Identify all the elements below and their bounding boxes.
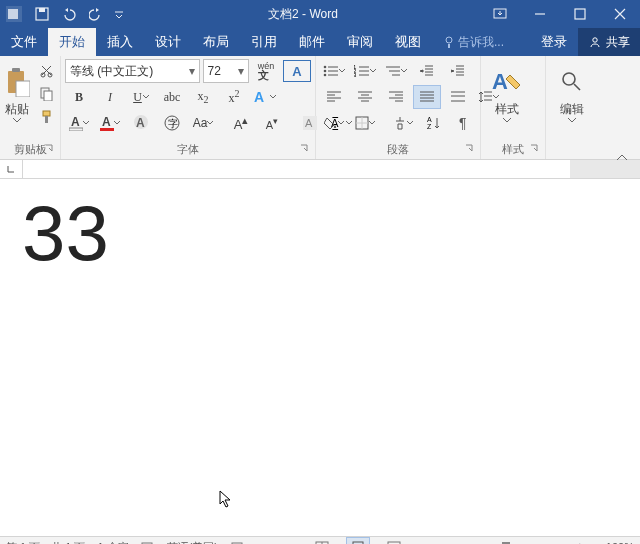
- align-center-button[interactable]: [351, 85, 379, 109]
- document-text[interactable]: 33: [22, 194, 109, 272]
- svg-text:¶: ¶: [459, 116, 467, 130]
- word-count[interactable]: 1 个字: [97, 540, 128, 545]
- group-editing: 编辑: [546, 56, 604, 159]
- clipboard-dialog-launcher[interactable]: [42, 141, 56, 155]
- print-layout-button[interactable]: [346, 537, 370, 544]
- phonetic-guide-button[interactable]: wén文: [252, 59, 280, 83]
- tab-mailings[interactable]: 邮件: [288, 28, 336, 56]
- svg-text:A: A: [305, 117, 313, 129]
- svg-rect-7: [448, 44, 450, 48]
- change-case-button[interactable]: Aa: [189, 111, 217, 135]
- highlight-button[interactable]: A: [65, 111, 93, 135]
- font-size-combo[interactable]: 72▾: [203, 59, 249, 83]
- enclose-char-button[interactable]: 字: [158, 111, 186, 135]
- increase-indent-button[interactable]: [444, 59, 472, 83]
- sort-button[interactable]: AZ: [420, 111, 448, 135]
- clipboard-icon: [4, 63, 30, 101]
- copy-icon: [40, 87, 53, 101]
- maximize-button[interactable]: [560, 8, 600, 20]
- svg-text:3: 3: [354, 72, 357, 78]
- subscript-button[interactable]: x2: [189, 85, 217, 109]
- tab-selector[interactable]: [0, 160, 23, 178]
- zoom-out-button[interactable]: −: [418, 535, 446, 544]
- superscript-button[interactable]: x2: [220, 85, 248, 109]
- editing-button[interactable]: 编辑: [550, 58, 594, 128]
- chevron-down-icon: [13, 118, 21, 123]
- share-button[interactable]: 共享: [578, 28, 640, 56]
- text-effects-button[interactable]: A: [251, 85, 279, 109]
- cut-button[interactable]: [32, 60, 60, 81]
- decrease-indent-button[interactable]: [413, 59, 441, 83]
- bullets-icon: [323, 64, 339, 78]
- font-name-combo[interactable]: 等线 (中文正文)▾: [65, 59, 200, 83]
- font-dialog-launcher[interactable]: [297, 141, 311, 155]
- styles-dialog-launcher[interactable]: [527, 141, 541, 155]
- svg-text:A: A: [427, 116, 432, 123]
- qat-customize[interactable]: [112, 0, 126, 28]
- paragraph-dialog-launcher[interactable]: [462, 141, 476, 155]
- format-painter-button[interactable]: [32, 107, 60, 128]
- shrink-font-button[interactable]: A▾: [258, 111, 286, 135]
- close-button[interactable]: [600, 8, 640, 20]
- save-button[interactable]: [28, 0, 56, 28]
- zoom-in-button[interactable]: +: [566, 535, 594, 544]
- character-border-button[interactable]: A: [283, 60, 311, 82]
- svg-rect-17: [45, 116, 48, 123]
- language-status[interactable]: 英语(美国): [167, 540, 218, 545]
- tab-references[interactable]: 引用: [240, 28, 288, 56]
- bold-button[interactable]: B: [65, 85, 93, 109]
- svg-point-32: [324, 74, 327, 77]
- redo-button[interactable]: [84, 0, 112, 28]
- align-left-button[interactable]: [320, 85, 348, 109]
- tab-file[interactable]: 文件: [0, 28, 48, 56]
- svg-rect-3: [39, 8, 45, 12]
- show-marks-button[interactable]: ¶: [451, 111, 479, 135]
- distributed-button[interactable]: [444, 85, 472, 109]
- tab-design[interactable]: 设计: [144, 28, 192, 56]
- multilevel-list-button[interactable]: [382, 59, 410, 83]
- web-layout-button[interactable]: [382, 537, 406, 544]
- asian-layout-button[interactable]: [389, 111, 417, 135]
- read-mode-button[interactable]: [310, 537, 334, 544]
- word-icon: [0, 0, 28, 28]
- horizontal-ruler[interactable]: [0, 160, 640, 179]
- tell-me[interactable]: 告诉我...: [432, 28, 515, 56]
- copy-button[interactable]: [32, 83, 60, 104]
- numbering-button[interactable]: 123: [351, 59, 379, 83]
- tab-view[interactable]: 视图: [384, 28, 432, 56]
- grow-font-button[interactable]: A▴: [227, 111, 255, 135]
- borders-button[interactable]: [351, 111, 379, 135]
- justify-button[interactable]: [413, 85, 441, 109]
- status-bar: 第 1 页，共 1 页 1 个字 英语(美国) − + 100%: [0, 536, 640, 544]
- svg-rect-20: [69, 128, 83, 131]
- styles-button[interactable]: A 样式: [485, 58, 529, 128]
- shading-button[interactable]: [320, 111, 348, 135]
- bullets-button[interactable]: [320, 59, 348, 83]
- svg-text:Z: Z: [427, 123, 432, 130]
- char-shading-button[interactable]: A: [127, 111, 155, 135]
- font-color-button[interactable]: A: [96, 111, 124, 135]
- svg-rect-5: [575, 9, 585, 19]
- paste-button[interactable]: 粘贴: [4, 58, 30, 128]
- brush-icon: [40, 110, 53, 124]
- tab-home[interactable]: 开始: [48, 28, 96, 56]
- svg-text:字: 字: [168, 118, 178, 129]
- align-right-button[interactable]: [382, 85, 410, 109]
- ribbon-display-options-button[interactable]: [480, 8, 520, 20]
- svg-point-30: [324, 66, 327, 69]
- tab-layout[interactable]: 布局: [192, 28, 240, 56]
- group-font: 等线 (中文正文)▾ 72▾ wén文 A B I U abc x2 x2 A …: [61, 56, 316, 159]
- document-area[interactable]: 33: [0, 179, 640, 536]
- tab-insert[interactable]: 插入: [96, 28, 144, 56]
- underline-button[interactable]: U: [127, 85, 155, 109]
- svg-point-8: [593, 38, 597, 42]
- italic-button[interactable]: I: [96, 85, 124, 109]
- svg-rect-22: [100, 128, 114, 131]
- page-count[interactable]: 第 1 页，共 1 页: [6, 540, 85, 545]
- undo-button[interactable]: [56, 0, 84, 28]
- minimize-button[interactable]: [520, 8, 560, 20]
- login-link[interactable]: 登录: [530, 28, 578, 56]
- tab-review[interactable]: 审阅: [336, 28, 384, 56]
- svg-rect-1: [8, 9, 18, 19]
- strikethrough-button[interactable]: abc: [158, 85, 186, 109]
